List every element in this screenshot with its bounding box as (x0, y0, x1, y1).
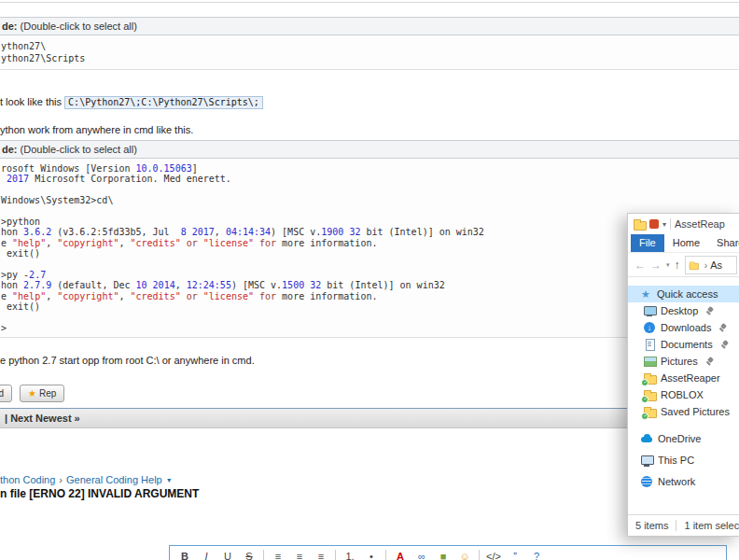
toolbar-separator (385, 550, 386, 560)
code-icon[interactable]: </> (486, 551, 501, 560)
quote-icon[interactable]: ” (508, 551, 523, 560)
documents-icon (643, 338, 656, 351)
code-line: rosoft Windows [Version 10.0.15063] (1, 163, 739, 174)
quick-access-list: DesktopDownloadsDocumentsPicturesAssetRe… (628, 302, 739, 420)
status-bar: 5 items 1 item selected (628, 514, 739, 536)
paragraph-text: t look like this (0, 96, 64, 107)
smiley-icon[interactable]: ☺ (457, 551, 472, 560)
thread-title: n file [ERNO 22] INVALID ARGUMENT (0, 487, 199, 500)
rep-button[interactable]: ★Rep (20, 385, 64, 402)
pin-icon (705, 306, 714, 315)
window-title: AssetReap (675, 218, 725, 230)
sidebar-item-pictures[interactable]: Pictures (628, 353, 739, 370)
onedrive-icon (640, 432, 653, 445)
pictures-icon (643, 355, 656, 368)
titlebar-divider (670, 218, 671, 230)
code-line: Windows\System32>cd\ (1, 195, 739, 205)
sync-check-icon (641, 379, 648, 386)
pin-icon (718, 323, 727, 332)
breadcrumb-chevron-icon: › (704, 259, 708, 271)
chevron-down-icon[interactable]: ▾ (662, 220, 666, 229)
code-block-header: de: (Double-click to select all) (0, 17, 739, 35)
sidebar-item-label: This PC (658, 455, 694, 466)
code-block-1-body: ython27\ython27\Scripts (0, 36, 739, 70)
sidebar-item-onedrive[interactable]: OneDrive (628, 427, 739, 449)
sidebar-item-downloads[interactable]: Downloads (628, 319, 739, 336)
strikethrough-icon[interactable]: S (242, 551, 257, 560)
sidebar-item-label: AssetReaper (661, 372, 720, 384)
sidebar-item-assetreaper[interactable]: AssetReaper (628, 370, 739, 386)
star-icon: ★ (28, 388, 36, 399)
pc-icon (640, 454, 653, 467)
sidebar-item-label: Network (658, 476, 695, 487)
toolbar-separator (335, 550, 336, 560)
sidebar-item-label: Documents (661, 339, 713, 350)
address-crumb: As (710, 259, 722, 271)
sidebar-item-desktop[interactable]: Desktop (628, 302, 739, 319)
editor-toolbar: BIUS≡≡≡1.•A∞■☺</>”? (170, 546, 726, 560)
sidebar-item-saved-pictures[interactable]: Saved Pictures (628, 403, 739, 420)
post-paragraph: t look like this C:\Python27\;C:\Python2… (0, 96, 263, 107)
toolbar-separator (263, 550, 264, 560)
tab-home[interactable]: Home (664, 234, 708, 252)
sidebar-item-label: Saved Pictures (661, 406, 730, 417)
breadcrumb-link-forum[interactable]: thon Coding (0, 474, 55, 485)
inline-code: C:\Python27\;C:\Python27\Scripts\; (64, 96, 263, 109)
image-icon[interactable]: ■ (436, 551, 451, 560)
align-right-icon[interactable]: ≡ (314, 551, 328, 560)
status-selection-count: 1 item selected (684, 520, 739, 531)
address-bar[interactable]: › As (685, 256, 737, 274)
file-explorer-window: ▾ AssetReap File Home Share ← → ▾ ↑ › As… (627, 213, 739, 537)
sidebar-item-documents[interactable]: Documents (628, 336, 739, 353)
sidebar-item-label: Quick access (657, 288, 718, 300)
align-center-icon[interactable]: ≡ (292, 551, 307, 560)
forum-page: de: (Double-click to select all) ython27… (0, 0, 739, 560)
post-divider (0, 2, 739, 3)
sidebar-item-this-pc[interactable]: This PC (628, 449, 739, 470)
code-block-header: de: (Double-click to select all) (0, 140, 739, 159)
sidebar-item-roblox[interactable]: ROBLOX (628, 386, 739, 403)
post-paragraph: e python 2.7 start opp from root C:\ or … (0, 355, 255, 366)
help-icon[interactable]: ? (529, 551, 544, 560)
sync-check-icon (641, 396, 648, 403)
reply-editor: BIUS≡≡≡1.•A∞■☺</>”? (169, 545, 727, 560)
code-select-hint[interactable]: (Double-click to select all) (18, 144, 137, 155)
folder-icon (643, 405, 656, 418)
font-color-icon[interactable]: A (393, 551, 408, 560)
tab-share[interactable]: Share (708, 234, 739, 252)
ordered-list-icon[interactable]: 1. (342, 551, 357, 560)
forward-icon[interactable]: → (650, 259, 662, 272)
sidebar-item-label: ROBLOX (661, 389, 704, 400)
code-line: ython27\ (1, 40, 739, 52)
breadcrumb-link-subforum[interactable]: General Coding Help (66, 474, 162, 485)
link-icon[interactable]: ∞ (414, 551, 429, 560)
italic-icon[interactable]: I (199, 551, 214, 560)
folder-icon (643, 371, 656, 385)
sidebar-item-label: Pictures (661, 356, 698, 367)
network-icon (640, 475, 653, 488)
code-select-hint[interactable]: (Double-click to select all) (18, 21, 137, 32)
explorer-nav-bar: ← → ▾ ↑ › As (628, 253, 739, 277)
ribbon-tabs: File Home Share (628, 234, 739, 253)
tab-file[interactable]: File (631, 234, 664, 252)
forum-jump-icon[interactable]: ▼ (166, 477, 173, 483)
star-icon (639, 287, 652, 301)
bold-icon[interactable]: B (177, 551, 192, 560)
history-dropdown-icon[interactable]: ▾ (666, 261, 670, 269)
find-button[interactable]: nd (0, 385, 12, 402)
status-divider (676, 520, 676, 531)
code-label: de: (2, 144, 18, 155)
pin-icon (705, 357, 714, 366)
back-icon[interactable]: ← (634, 259, 646, 272)
code-line (1, 185, 739, 195)
up-icon[interactable]: ↑ (675, 259, 680, 272)
explorer-titlebar[interactable]: ▾ AssetReap (628, 214, 739, 234)
quick-access-toolbar-icon[interactable] (649, 219, 659, 229)
unordered-list-icon[interactable]: • (364, 551, 379, 560)
sidebar-item-quick-access[interactable]: Quick access (628, 286, 739, 302)
sidebar-item-network[interactable]: Network (628, 470, 739, 492)
underline-icon[interactable]: U (220, 551, 235, 560)
sync-check-icon (641, 413, 648, 420)
align-left-icon[interactable]: ≡ (271, 551, 286, 560)
desktop-icon (643, 304, 656, 317)
